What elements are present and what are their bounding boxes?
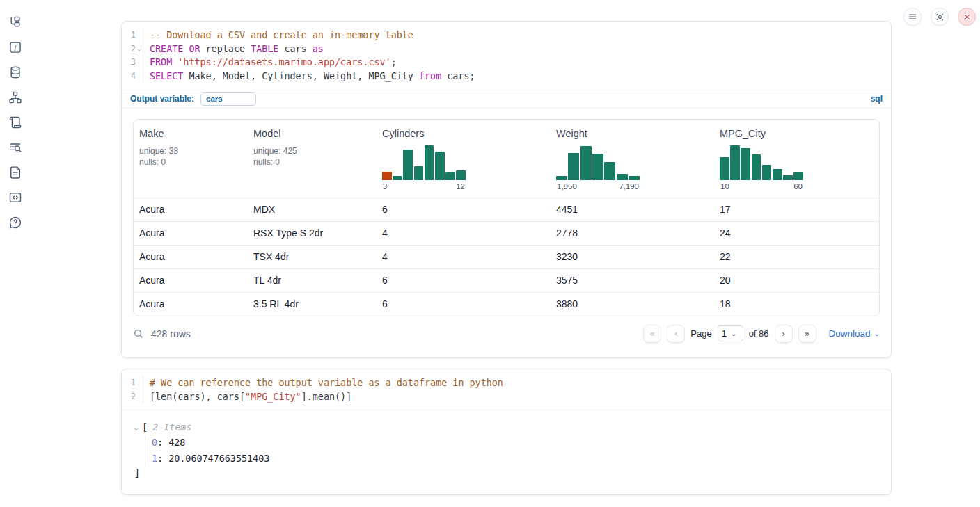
table-cell: 20 [714,269,879,292]
weight-histogram: 1,850 7,190 [556,144,640,191]
table-cell: RSX Type S 2dr [248,222,377,245]
table-cell: TL 4dr [248,269,377,292]
close-bracket: ] [134,467,878,481]
table-cell: 18 [714,293,879,316]
table-header: Make unique: 38 nulls: 0 Model unique: 4… [134,120,879,198]
table-cell: 3230 [551,246,714,268]
table-cell: MDX [248,198,377,221]
menu-button[interactable] [903,8,922,26]
table-cell: 24 [714,222,879,245]
collapse-caret-icon[interactable]: ⌄ [134,420,142,435]
table-cell: 3880 [551,293,714,316]
table-cell: 4 [377,222,551,245]
row-count: 428 rows [151,328,191,339]
table-cell: Acura [134,269,248,292]
svg-text:f: f [15,44,17,51]
help-icon[interactable] [8,216,22,230]
make-nulls-stat: nulls: 0 [139,156,242,168]
shutdown-button[interactable] [958,8,976,26]
data-table: Make unique: 38 nulls: 0 Model unique: 4… [133,119,880,316]
table-row[interactable]: AcuraTL 4dr6357520 [134,268,879,292]
list-entry: 0: 428 [152,435,878,451]
page-select[interactable]: 1 ⌄ [718,325,743,341]
top-controls [903,8,976,26]
cylinders-histogram: 3 12 [382,144,466,191]
table-cell: 6 [377,198,551,221]
settings-button[interactable] [931,8,949,26]
output-variable-row: Output variable: sql [122,90,891,108]
table-body: AcuraMDX6445117AcuraRSX Type S 2dr427782… [134,198,879,316]
table-cell: 6 [377,293,551,316]
chevron-down-icon: ⌄ [874,330,880,337]
python-code-editor[interactable]: 1# We can reference the output variable … [122,369,891,410]
table-cell: 2778 [551,222,714,245]
table-row[interactable]: AcuraMDX6445117 [134,198,879,221]
table-cell: Acura [134,293,248,316]
column-header-cylinders[interactable]: Cylinders 3 12 [377,127,551,192]
column-header-make[interactable]: Make unique: 38 nulls: 0 [134,127,248,192]
download-button[interactable]: Download ⌄ [829,328,880,339]
list-entries: 0: 4281: 20.060747663551403 [145,435,878,467]
sql-code-editor[interactable]: 1-- Download a CSV and create an in-memo… [122,22,891,90]
python-output: ⌄ [ 2 Items 0: 4281: 20.060747663551403 … [122,410,891,490]
table-cell: 3575 [551,269,714,292]
make-unique-stat: unique: 38 [139,145,242,157]
table-cell: TSX 4dr [248,246,377,268]
variables-icon[interactable]: f [8,40,22,54]
table-cell: 4 [377,246,551,268]
file-explorer-icon[interactable] [8,15,22,29]
column-header-mpg-city[interactable]: MPG_City 10 60 [714,127,879,192]
dependency-graph-icon[interactable] [8,90,22,104]
table-cell: 22 [714,246,879,268]
mpg-city-histogram: 10 60 [720,144,803,191]
sidebar: f [0,0,31,507]
table-cell: 17 [714,198,879,221]
sql-cell: 1-- Download a CSV and create an in-memo… [121,21,892,358]
column-header-model[interactable]: Model unique: 425 nulls: 0 [248,127,377,192]
language-badge: sql [871,94,883,104]
table-cell: 6 [377,269,551,292]
open-bracket: [ [142,420,148,435]
documentation-icon[interactable] [8,166,22,179]
model-unique-stat: unique: 425 [253,145,371,157]
page-label: Page [690,328,711,339]
model-nulls-stat: nulls: 0 [253,156,371,168]
first-page-button[interactable]: « [643,325,661,343]
table-cell: Acura [134,198,248,221]
table-row[interactable]: AcuraTSX 4dr4323022 [134,245,879,268]
snippets-icon[interactable] [8,191,22,204]
table-cell: 3.5 RL 4dr [248,293,377,316]
next-page-button[interactable]: › [775,325,793,343]
chevron-down-icon: ⌄ [731,330,736,337]
table-cell: Acura [134,222,248,245]
last-page-button[interactable]: » [798,325,816,343]
search-icon[interactable] [133,328,144,339]
table-cell: 4451 [551,198,714,221]
prev-page-button[interactable]: ‹ [667,325,685,343]
output-variable-label: Output variable: [130,94,194,104]
page-of-label: of 86 [749,328,769,339]
list-entry: 1: 20.060747663551403 [152,451,878,467]
table-row[interactable]: Acura3.5 RL 4dr6388018 [134,292,879,316]
python-cell: 1# We can reference the output variable … [121,369,892,495]
output-variable-input[interactable] [200,92,256,106]
column-header-weight[interactable]: Weight 1,850 7,190 [551,127,714,192]
table-row[interactable]: AcuraRSX Type S 2dr4277824 [134,221,879,245]
items-count-label: 2 Items [152,420,191,435]
datasources-icon[interactable] [8,65,22,79]
table-footer: 428 rows « ‹ Page 1 ⌄ of 86 › » Download… [122,316,891,343]
scratchpad-icon[interactable] [8,115,22,129]
logs-icon[interactable] [8,140,22,154]
table-cell: Acura [134,246,248,268]
